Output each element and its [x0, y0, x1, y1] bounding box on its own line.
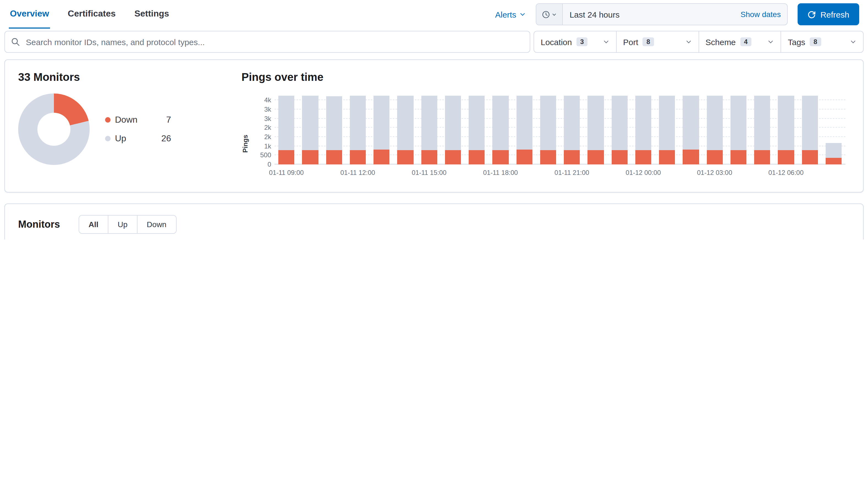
tab-certificates[interactable]: Certificates [67, 0, 117, 29]
filter-scheme[interactable]: Scheme 4 [698, 31, 781, 52]
monitors-count-title: 33 Monitors [18, 71, 242, 84]
search-box [4, 31, 530, 53]
clock-icon [542, 10, 550, 19]
refresh-icon [808, 10, 816, 19]
chevron-down-icon [552, 12, 557, 17]
legend-item-down: Down 7 [105, 115, 171, 125]
status-filter-up[interactable]: Up [108, 216, 137, 233]
filter-row: Location 3 Port 8 Scheme 4 Tags 8 [0, 29, 868, 53]
super-date-picker: Last 24 hours Show dates [536, 3, 788, 25]
pings-chart-title: Pings over time [242, 71, 850, 84]
filter-count-badge: 4 [740, 37, 751, 46]
pings-plot: 05001k2k2k3k3k4k [275, 96, 845, 164]
monitors-panel: Monitors All Up Down Status Name Url Tag… [4, 203, 864, 240]
filter-location[interactable]: Location 3 [534, 31, 616, 52]
status-filter-group: All Up Down [79, 215, 176, 234]
primary-tabs: Overview Certificates Settings [9, 0, 170, 29]
filter-port[interactable]: Port 8 [616, 31, 699, 52]
chevron-down-icon [520, 11, 526, 18]
down-legend-label: Down [115, 115, 137, 125]
snapshot-panel: 33 Monitors Down 7 Up 26 [4, 59, 864, 192]
search-icon [11, 37, 20, 46]
filter-label: Tags [788, 37, 805, 46]
pings-y-axis-label: Pings [242, 122, 249, 153]
snapshot-section: 33 Monitors Down 7 Up 26 [18, 71, 242, 181]
refresh-button[interactable]: Refresh [798, 3, 859, 25]
filter-label: Scheme [706, 37, 736, 46]
status-filter-all[interactable]: All [79, 216, 108, 233]
up-count: 26 [161, 134, 171, 143]
filter-group: Location 3 Port 8 Scheme 4 Tags 8 [533, 31, 864, 53]
refresh-label: Refresh [820, 10, 849, 19]
pings-x-axis: 01-11 09:0001-11 12:0001-11 15:0001-11 1… [275, 169, 845, 179]
top-bar-controls: Alerts Last 24 hours Show dates Refresh [495, 0, 859, 29]
pings-chart-section: Pings over time Pings 05001k2k2k3k3k4k 0… [242, 71, 850, 181]
tab-overview[interactable]: Overview [9, 0, 50, 29]
filter-label: Location [541, 37, 572, 46]
show-dates-button[interactable]: Show dates [741, 10, 781, 19]
date-range-value: Last 24 hours [569, 10, 620, 19]
up-legend-label: Up [115, 134, 126, 143]
filter-count-badge: 8 [643, 37, 654, 46]
chevron-down-icon [685, 38, 692, 45]
snapshot-donut-chart [18, 94, 90, 165]
up-legend-dot [105, 136, 111, 141]
chevron-down-icon [603, 38, 610, 45]
uptime-app: Overview Certificates Settings Alerts La… [0, 0, 868, 240]
alerts-dropdown-button[interactable]: Alerts [495, 10, 526, 19]
filter-tags[interactable]: Tags 8 [781, 31, 863, 52]
snapshot-legend: Down 7 Up 26 [105, 94, 171, 165]
chevron-down-icon [850, 38, 857, 45]
monitors-title: Monitors [18, 219, 60, 230]
down-count: 7 [166, 115, 171, 125]
filter-label: Port [623, 37, 638, 46]
status-filter-down[interactable]: Down [137, 216, 176, 233]
alerts-label: Alerts [495, 10, 516, 19]
top-bar: Overview Certificates Settings Alerts La… [0, 0, 868, 29]
legend-item-up: Up 26 [105, 134, 171, 143]
filter-count-badge: 3 [576, 37, 587, 46]
filter-count-badge: 8 [810, 37, 821, 46]
page-body: 33 Monitors Down 7 Up 26 [0, 53, 868, 240]
search-input[interactable] [4, 31, 530, 53]
date-range-button[interactable]: Last 24 hours Show dates [563, 4, 787, 25]
chevron-down-icon [768, 38, 774, 45]
down-legend-dot [105, 117, 111, 123]
time-quick-select-button[interactable] [536, 4, 563, 25]
tab-settings[interactable]: Settings [133, 0, 170, 29]
